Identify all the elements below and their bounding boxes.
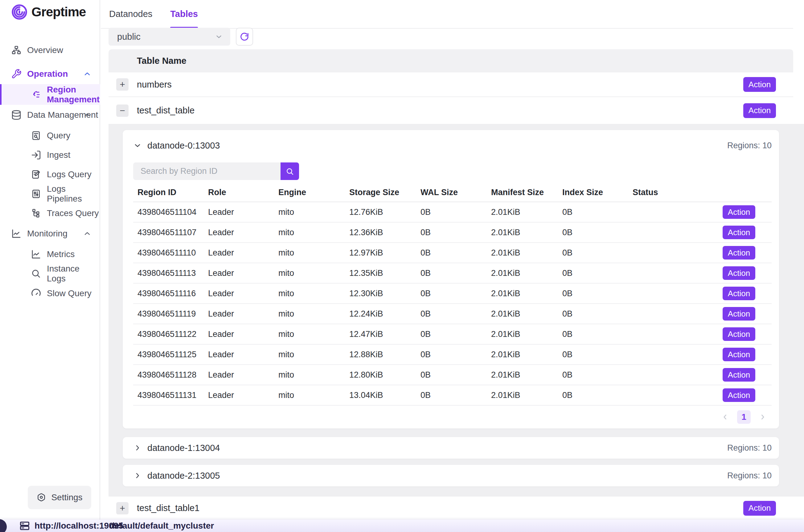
- region-id-cell: 4398046511131: [133, 391, 204, 400]
- settings-button[interactable]: Settings: [28, 486, 91, 509]
- wal-size-cell: 0B: [416, 228, 487, 238]
- table-name-header: Table Name: [109, 49, 793, 72]
- refresh-icon: [240, 32, 249, 42]
- sidebar-item-ingest[interactable]: Ingest: [0, 145, 100, 165]
- schema-select[interactable]: public: [109, 28, 230, 45]
- role-cell: Leader: [204, 329, 274, 339]
- region-action-button[interactable]: Action: [723, 226, 755, 239]
- region-action-button[interactable]: Action: [723, 246, 755, 260]
- sidebar-item-region-management[interactable]: Region Management: [0, 84, 100, 105]
- col-wal-size: WAL Size: [416, 188, 487, 197]
- region-table-row: 4398046511122 Leader mito 12.47KiB 0B 2.…: [133, 324, 772, 345]
- storage-size-cell: 12.80KiB: [345, 370, 416, 380]
- region-action-button[interactable]: Action: [723, 266, 755, 280]
- chevron-up-icon[interactable]: [83, 70, 92, 78]
- sidebar-item-slow-query[interactable]: Slow Query: [0, 284, 100, 303]
- page-number[interactable]: 1: [737, 410, 751, 424]
- index-size-cell: 0B: [558, 248, 628, 258]
- region-table-row: 4398046511113 Leader mito 12.35KiB 0B 2.…: [133, 263, 772, 284]
- sidebar-item-logs-query[interactable]: Logs Query: [0, 165, 100, 184]
- sidebar-item-data-management[interactable]: Data Management: [0, 105, 100, 125]
- cluster-name[interactable]: default/default_mycluster: [110, 521, 214, 531]
- next-page-icon[interactable]: [759, 413, 767, 421]
- chevron-up-icon[interactable]: [83, 229, 92, 238]
- table-action-button[interactable]: Action: [743, 103, 776, 118]
- region-action-button[interactable]: Action: [723, 287, 755, 300]
- col-index-size: Index Size: [558, 188, 628, 197]
- refresh-button[interactable]: [236, 28, 253, 45]
- datanode-header[interactable]: datanode-2:13005 Regions: 10: [133, 465, 772, 487]
- index-size-cell: 0B: [558, 309, 628, 319]
- file-edit-icon: [31, 169, 41, 180]
- role-cell: Leader: [204, 228, 274, 238]
- chevron-right-icon[interactable]: [133, 443, 142, 452]
- storage-size-cell: 12.24KiB: [345, 309, 416, 319]
- region-search-input[interactable]: [133, 163, 281, 180]
- chevron-up-icon[interactable]: [83, 111, 92, 119]
- table-action-button[interactable]: Action: [743, 501, 776, 516]
- import-icon: [31, 150, 41, 160]
- sidebar-item-label: Traces Query: [47, 208, 99, 218]
- region-id-cell: 4398046511125: [133, 350, 204, 359]
- datanode-title: datanode-0:13003: [147, 140, 220, 151]
- pagination: 1: [133, 407, 772, 427]
- datanode-collapsed-card: datanode-1:13004 Regions: 10: [123, 437, 779, 459]
- datanode-collapsed-card: datanode-2:13005 Regions: 10: [123, 465, 779, 487]
- expand-icon[interactable]: +: [116, 502, 129, 514]
- magnifier-icon: [31, 268, 41, 279]
- region-id-cell: 4398046511128: [133, 370, 204, 380]
- datanode-header[interactable]: datanode-1:13004 Regions: 10: [133, 437, 772, 459]
- wal-size-cell: 0B: [416, 268, 487, 278]
- sidebar-item-traces-query[interactable]: Traces Query: [0, 204, 100, 223]
- chevron-down-icon[interactable]: [133, 141, 142, 150]
- region-action-button[interactable]: Action: [723, 388, 755, 402]
- index-size-cell: 0B: [558, 207, 628, 217]
- wal-size-cell: 0B: [416, 309, 487, 319]
- col-role: Role: [204, 188, 274, 197]
- tab-datanodes[interactable]: Datanodes: [109, 0, 152, 28]
- expand-icon[interactable]: +: [116, 78, 129, 91]
- region-table-row: 4398046511119 Leader mito 12.24KiB 0B 2.…: [133, 304, 772, 324]
- search-icon: [285, 167, 294, 176]
- sidebar-item-monitoring[interactable]: Monitoring: [0, 224, 100, 244]
- sidebar-item-operation[interactable]: Operation: [0, 64, 100, 84]
- sidebar-item-instance-logs[interactable]: Instance Logs: [0, 264, 100, 284]
- sidebar-item-logs-pipelines[interactable]: Logs Pipelines: [0, 184, 100, 204]
- top-tabbar: Datanodes Tables: [101, 0, 793, 28]
- sidebar-item-query[interactable]: Query: [0, 126, 100, 146]
- role-cell: Leader: [204, 289, 274, 298]
- regions-count-label: Regions: 10: [727, 471, 772, 480]
- collapse-icon[interactable]: −: [116, 104, 129, 117]
- region-action-button[interactable]: Action: [723, 348, 755, 361]
- storage-size-cell: 12.47KiB: [345, 329, 416, 339]
- sidebar-item-label: Query: [47, 131, 70, 140]
- region-action-button[interactable]: Action: [723, 307, 755, 321]
- storage-size-cell: 12.97KiB: [345, 248, 416, 258]
- role-cell: Leader: [204, 248, 274, 258]
- index-size-cell: 0B: [558, 329, 628, 339]
- region-id-cell: 4398046511113: [133, 268, 204, 278]
- status-bar: http://localhost:19095 default/default_m…: [0, 520, 804, 532]
- prev-page-icon[interactable]: [721, 413, 729, 421]
- chevron-right-icon[interactable]: [133, 471, 142, 480]
- datanode-0-header[interactable]: datanode-0:13003 Regions: 10: [133, 137, 772, 153]
- sidebar-item-overview[interactable]: Overview: [0, 40, 100, 60]
- sidebar-item-label: Logs Query: [47, 170, 92, 179]
- table-action-button[interactable]: Action: [743, 77, 776, 92]
- file-search-icon: [31, 130, 41, 141]
- search-button[interactable]: [281, 163, 299, 180]
- region-action-button[interactable]: Action: [723, 205, 755, 219]
- brand-logo[interactable]: Greptime: [11, 3, 86, 21]
- region-table-row: 4398046511128 Leader mito 12.80KiB 0B 2.…: [133, 365, 772, 385]
- manifest-size-cell: 2.01KiB: [487, 289, 558, 298]
- col-manifest-size: Manifest Size: [487, 188, 558, 197]
- region-action-button[interactable]: Action: [723, 327, 755, 341]
- tree-icon: [31, 208, 41, 218]
- sidebar-item-metrics[interactable]: Metrics: [0, 244, 100, 264]
- region-id-cell: 4398046511122: [133, 329, 204, 339]
- role-cell: Leader: [204, 207, 274, 217]
- manifest-size-cell: 2.01KiB: [487, 268, 558, 278]
- region-action-button[interactable]: Action: [723, 368, 755, 382]
- tab-tables[interactable]: Tables: [170, 0, 198, 28]
- region-table-row: 4398046511110 Leader mito 12.97KiB 0B 2.…: [133, 243, 772, 263]
